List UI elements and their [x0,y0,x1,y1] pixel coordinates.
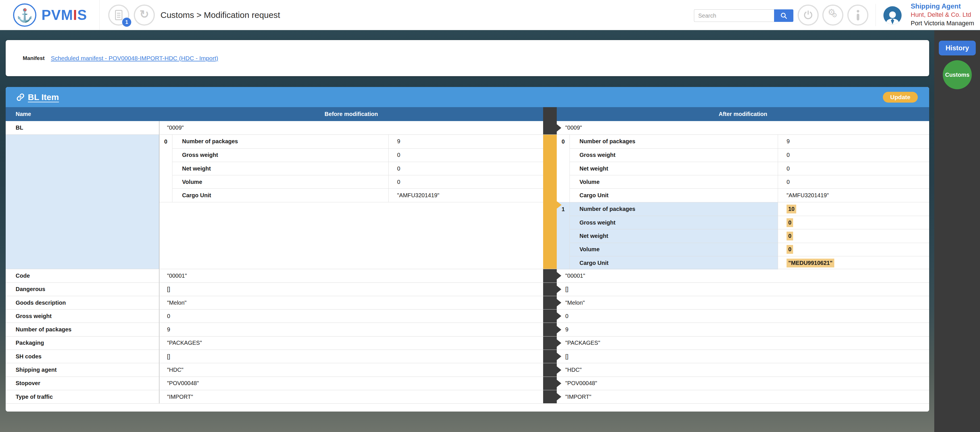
row-name: Packaging [6,336,159,349]
after-value: 9 [557,323,929,336]
app-logo[interactable]: ⚓ [13,3,37,27]
after-value: "0009" [557,121,929,134]
header-divider [875,4,876,26]
nested-field-label: Gross weight [172,149,388,162]
brand-name: PVMIS [41,7,87,23]
change-divider [543,390,557,403]
change-divider [543,135,557,269]
after-value: "IMPORT" [557,390,929,403]
user-role: Shipping Agent [911,2,974,11]
nested-group-rows: Number of packages10Gross weight0Net wei… [570,202,929,269]
logo-accent [24,8,26,11]
after-value: "POV00048" [557,377,929,390]
avatar[interactable] [883,6,902,24]
nested-items-section: 0Number of packages9Gross weight0Net wei… [6,134,929,269]
table-row: Stopover"POV00048""POV00048" [6,376,929,390]
info-button[interactable] [847,5,869,26]
changed-value-highlight: 0 [787,232,793,241]
customs-button[interactable]: Customs [943,60,972,89]
top-header: ⚓ PVMIS 1 ↻ Customs > Modification reque… [0,0,980,30]
before-value: "0009" [159,121,543,134]
bl-item-title: BL Item [28,92,59,102]
change-arrow-icon [543,283,557,296]
row-name: Dangerous [6,283,159,296]
nested-field-value: 0 [778,243,929,256]
nested-field-label: Net weight [172,162,388,175]
table-header-row: Name Before modification After modificat… [6,107,929,121]
nested-field-label: Gross weight [570,216,778,229]
search-input[interactable] [694,10,774,22]
document-icon [115,10,123,20]
nested-name-cell [6,135,159,269]
nested-row: Gross weight0 [172,148,543,162]
nested-field-label: Cargo Unit [172,189,388,202]
nested-field-label: Net weight [570,162,778,175]
notification-badge: 1 [122,18,131,27]
nested-field-label: Number of packages [172,135,388,148]
nested-field-label: Cargo Unit [570,257,778,269]
table-row: Gross weight00 [6,309,929,323]
logout-button[interactable] [798,5,819,26]
change-arrow-icon [543,350,557,363]
nested-row: Cargo Unit"AMFU3201419" [172,188,543,202]
user-organization: Port Victoria Managem [911,19,974,27]
simple-rows: Code"00001""00001"Dangerous[][]Goods des… [6,269,929,403]
nested-field-value: 9 [778,135,929,148]
nested-before-column: 0Number of packages9Gross weight0Net wei… [159,135,543,269]
before-value: [] [159,350,543,363]
nested-index-cell: 0 [557,135,570,202]
after-value: [] [557,350,929,363]
changed-value-highlight: 0 [787,218,793,227]
change-divider [543,121,557,134]
nested-group: 0Number of packages9Gross weight0Net wei… [159,135,543,202]
nested-field-value: 0 [388,175,543,188]
update-button[interactable]: Update [883,92,918,103]
nested-index-cell: 1 [557,202,570,269]
nested-field-value: 0 [778,149,929,162]
changed-value-highlight: 0 [787,245,793,254]
bl-item-title-link[interactable]: BL Item [16,92,59,102]
nested-row: Number of packages10 [570,202,929,216]
nested-field-value: 0 [388,162,543,175]
manifest-label: Manifest [23,55,45,61]
nested-group-rows: Number of packages9Gross weight0Net weig… [570,135,929,202]
after-value: "Melon" [557,296,929,309]
change-arrow-icon [543,309,557,323]
refresh-button[interactable]: ↻ [134,5,155,26]
change-arrow-icon [543,377,557,390]
nested-field-label: Cargo Unit [570,189,778,202]
after-value: "00001" [557,269,929,282]
nested-field-label: Volume [172,175,388,188]
header-divider [99,0,100,30]
change-divider [543,350,557,363]
nested-group: 0Number of packages9Gross weight0Net wei… [557,135,929,202]
nested-field-label: Number of packages [570,202,778,216]
nested-field-value: 0 [778,216,929,229]
nested-row: Cargo Unit"MEDU9910621" [570,256,929,269]
nested-field-value: 0 [778,230,929,242]
nested-group: 1Number of packages10Gross weight0Net we… [557,202,929,269]
history-button[interactable]: History [939,41,976,56]
nested-row: Net weight0 [570,162,929,175]
search-button[interactable] [774,10,793,22]
row-name: Number of packages [6,323,159,336]
change-divider [543,296,557,309]
change-divider [543,309,557,323]
user-info[interactable]: Shipping Agent Hunt, Deltel & Co. Ltd Po… [911,2,974,27]
modified-arrow-icon [543,135,557,269]
table-row: Type of traffic"IMPORT""IMPORT" [6,390,929,403]
row-name: Stopover [6,377,159,390]
before-value: "PACKAGES" [159,336,543,349]
bl-item-panel: BL Item Update Name Before modification … [6,87,929,411]
manifest-link[interactable]: Scheduled manifest - POV00048-IMPORT-HDC… [51,55,218,62]
nested-field-label: Gross weight [570,149,778,162]
nested-field-value: "AMFU3201419" [388,189,543,202]
table-row: Shipping agent"HDC""HDC" [6,363,929,376]
table-row-bl: BL "0009" "0009" [6,121,929,134]
col-header-name: Name [6,107,159,121]
settings-button[interactable]: ⚙⚙ [822,5,843,26]
before-value: "POV00048" [159,377,543,390]
nested-field-label: Number of packages [570,135,778,148]
gears-icon: ⚙⚙ [827,10,838,21]
nested-field-label: Net weight [570,230,778,242]
